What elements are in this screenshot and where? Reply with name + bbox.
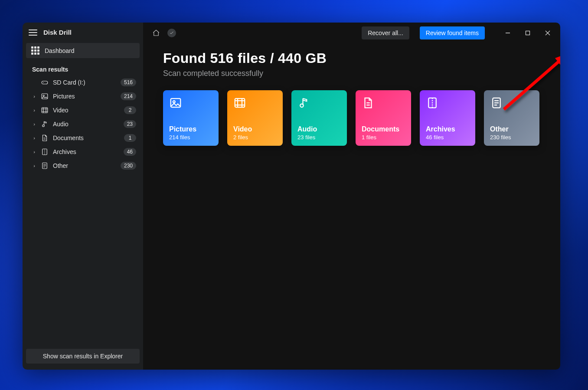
card-count: 2 files	[233, 134, 277, 141]
count-badge: 214	[121, 92, 136, 100]
dashboard-icon	[31, 46, 39, 55]
minimize-button[interactable]	[498, 26, 518, 40]
chevron-right-icon: ›	[32, 135, 36, 141]
video-icon	[41, 106, 49, 114]
sidebar-tree: ›SD Card (I:)516›Pictures214›Video2›Audi…	[23, 75, 143, 173]
maximize-button[interactable]	[518, 26, 538, 40]
other-icon	[490, 96, 503, 109]
check-icon	[169, 30, 174, 36]
sidebar-item-video[interactable]: ›Video2	[26, 103, 140, 117]
svg-rect-11	[235, 98, 245, 107]
svg-rect-9	[171, 98, 181, 107]
sidebar-section-header: Scan results	[23, 62, 143, 75]
card-title: Pictures	[169, 125, 212, 133]
archives-icon	[41, 148, 49, 156]
card-title: Audio	[297, 125, 341, 133]
app-window: Disk Drill Dashboard Scan results ›SD Ca…	[23, 23, 560, 370]
sidebar-item-label: Documents	[53, 134, 120, 141]
sidebar-item-other[interactable]: ›Other230	[26, 159, 140, 173]
card-title: Video	[233, 125, 277, 133]
sidebar: Disk Drill Dashboard Scan results ›SD Ca…	[23, 23, 143, 370]
video-icon	[233, 96, 246, 109]
audio-icon	[297, 96, 310, 109]
dashboard-label: Dashboard	[45, 47, 75, 54]
card-count: 1 files	[362, 134, 405, 141]
sidebar-item-documents[interactable]: ›Documents1	[26, 131, 140, 145]
close-icon	[545, 30, 550, 36]
svg-rect-0	[42, 81, 48, 84]
main-pane: Recover all... Review found items Found …	[143, 23, 560, 370]
card-title: Documents	[362, 125, 405, 133]
documents-icon	[41, 134, 49, 142]
category-card-video[interactable]: Video2 files	[227, 90, 283, 146]
count-badge: 1	[124, 134, 136, 142]
card-count: 46 files	[426, 134, 469, 141]
sidebar-item-label: Video	[53, 107, 120, 114]
sidebar-item-pictures[interactable]: ›Pictures214	[26, 89, 140, 103]
minimize-icon	[505, 30, 510, 36]
content-area: Found 516 files / 440 GB Scan completed …	[143, 43, 560, 146]
pictures-icon	[41, 92, 49, 100]
dashboard-button[interactable]: Dashboard	[26, 43, 140, 58]
review-found-items-button[interactable]: Review found items	[420, 26, 485, 39]
sidebar-item-label: Audio	[53, 121, 119, 128]
documents-icon	[362, 96, 375, 109]
pictures-icon	[169, 96, 182, 109]
svg-point-10	[173, 101, 175, 103]
card-count: 23 files	[297, 134, 341, 141]
category-card-pictures[interactable]: Pictures214 files	[163, 90, 219, 146]
home-icon	[152, 29, 160, 37]
maximize-icon	[525, 30, 530, 36]
subheadline: Scan completed successfully	[163, 69, 540, 78]
menu-icon[interactable]	[29, 29, 37, 36]
svg-point-1	[43, 82, 44, 83]
category-card-documents[interactable]: Documents1 files	[356, 90, 411, 146]
window-controls	[498, 26, 558, 40]
chevron-right-icon: ›	[32, 108, 36, 113]
scan-status-indicator[interactable]	[166, 27, 178, 39]
chevron-right-icon: ›	[32, 163, 36, 168]
close-button[interactable]	[538, 26, 558, 40]
chevron-right-icon: ›	[32, 94, 36, 99]
sidebar-item-label: Pictures	[53, 93, 116, 100]
svg-rect-2	[42, 94, 48, 99]
recover-all-button[interactable]: Recover all...	[362, 26, 409, 39]
sidebar-item-label: Other	[53, 162, 116, 169]
app-title: Disk Drill	[43, 29, 72, 36]
sidebar-item-label: Archives	[53, 148, 119, 155]
audio-icon	[41, 120, 49, 128]
card-title: Archives	[426, 125, 469, 133]
chevron-right-icon: ›	[32, 149, 36, 154]
svg-point-5	[42, 125, 45, 127]
show-in-explorer-button[interactable]: Show scan results in Explorer	[26, 349, 140, 364]
chevron-right-icon: ›	[32, 121, 36, 127]
sidebar-item-archives[interactable]: ›Archives46	[26, 145, 140, 159]
sidebar-item-audio[interactable]: ›Audio23	[26, 117, 140, 131]
count-badge: 516	[121, 79, 136, 86]
svg-rect-8	[526, 31, 530, 35]
card-count: 230 files	[490, 134, 533, 141]
home-button[interactable]	[150, 27, 162, 39]
category-card-archives[interactable]: Archives46 files	[420, 90, 475, 146]
headline: Found 516 files / 440 GB	[163, 50, 540, 66]
count-badge: 2	[124, 106, 136, 114]
count-badge: 23	[124, 120, 136, 128]
card-count: 214 files	[169, 134, 212, 141]
count-badge: 46	[124, 148, 136, 156]
drive-icon	[41, 79, 49, 86]
svg-point-12	[300, 104, 304, 108]
titlebar: Recover all... Review found items	[143, 23, 560, 43]
category-cards: Pictures214 filesVideo2 filesAudio23 fil…	[163, 90, 540, 146]
sidebar-header: Disk Drill	[23, 23, 143, 40]
category-card-other[interactable]: Other230 files	[484, 90, 539, 146]
archives-icon	[426, 96, 439, 109]
count-badge: 230	[121, 162, 136, 170]
sidebar-item-sd-card-i-[interactable]: ›SD Card (I:)516	[26, 75, 140, 89]
card-title: Other	[490, 125, 533, 133]
svg-point-3	[43, 95, 44, 96]
svg-rect-4	[42, 108, 48, 113]
other-icon	[41, 162, 49, 170]
category-card-audio[interactable]: Audio23 files	[291, 90, 347, 146]
sidebar-item-label: SD Card (I:)	[53, 79, 116, 86]
